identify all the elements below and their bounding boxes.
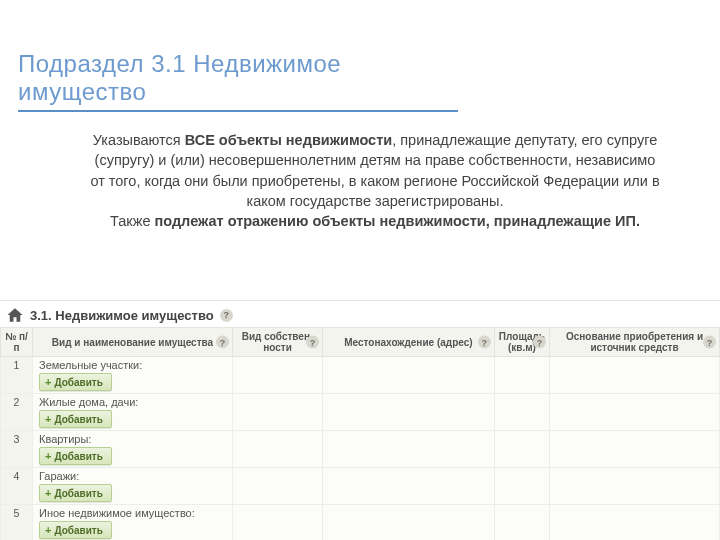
add-button[interactable]: +Добавить: [39, 521, 112, 539]
cell-ownership: [233, 505, 323, 541]
row-category-cell: Жилые дома, дачи:+Добавить: [33, 394, 233, 431]
intro-lead: Указываются: [93, 132, 185, 148]
category-label: Гаражи:: [39, 470, 226, 482]
row-index: 3: [1, 431, 33, 468]
intro-bold1: ВСЕ объекты недвижимости: [185, 132, 392, 148]
house-icon: [6, 306, 24, 324]
row-index: 4: [1, 468, 33, 505]
help-icon[interactable]: ?: [478, 336, 491, 349]
plus-icon: +: [45, 524, 51, 536]
col-area: Площадь (кв.м)?: [494, 328, 549, 357]
row-index: 1: [1, 357, 33, 394]
add-label: Добавить: [54, 525, 102, 536]
cell-area: [494, 431, 549, 468]
cell-ownership: [233, 468, 323, 505]
cell-address: [323, 394, 495, 431]
intro-bold2: подлежат отражению объекты недвижимости,…: [154, 213, 639, 229]
col-ownership: Вид собствен-ности?: [233, 328, 323, 357]
cell-address: [323, 357, 495, 394]
intro-text: Указываются ВСЕ объекты недвижимости, пр…: [90, 130, 660, 231]
intro-also: Также: [110, 213, 154, 229]
help-icon[interactable]: ?: [703, 336, 716, 349]
row-category-cell: Квартиры:+Добавить: [33, 431, 233, 468]
help-icon[interactable]: ?: [220, 309, 233, 322]
plus-icon: +: [45, 450, 51, 462]
category-label: Жилые дома, дачи:: [39, 396, 226, 408]
help-icon[interactable]: ?: [216, 336, 229, 349]
section-title: Подраздел 3.1 Недвижимое имущество: [18, 50, 458, 106]
add-label: Добавить: [54, 414, 102, 425]
category-label: Иное недвижимое имущество:: [39, 507, 226, 519]
category-label: Земельные участки:: [39, 359, 226, 371]
cell-basis: [550, 505, 720, 541]
cell-basis: [550, 431, 720, 468]
table-row: 4Гаражи:+Добавить: [1, 468, 720, 505]
cell-area: [494, 468, 549, 505]
add-label: Добавить: [54, 451, 102, 462]
add-button[interactable]: +Добавить: [39, 410, 112, 428]
plus-icon: +: [45, 413, 51, 425]
cell-address: [323, 505, 495, 541]
col-basis-text: Основание приобретения и источник средст…: [566, 331, 703, 353]
plus-icon: +: [45, 376, 51, 388]
row-category-cell: Гаражи:+Добавить: [33, 468, 233, 505]
add-button[interactable]: +Добавить: [39, 447, 112, 465]
table-row: 1Земельные участки:+Добавить: [1, 357, 720, 394]
cell-basis: [550, 394, 720, 431]
col-num: № п/п: [1, 328, 33, 357]
plus-icon: +: [45, 487, 51, 499]
cell-area: [494, 505, 549, 541]
add-label: Добавить: [54, 377, 102, 388]
cell-ownership: [233, 394, 323, 431]
col-basis: Основание приобретения и источник средст…: [550, 328, 720, 357]
section-title-wrap: Подраздел 3.1 Недвижимое имущество: [18, 50, 458, 112]
col-name-text: Вид и наименование имущества: [52, 337, 213, 348]
table-row: 5Иное недвижимое имущество:+Добавить: [1, 505, 720, 541]
add-button[interactable]: +Добавить: [39, 484, 112, 502]
row-index: 2: [1, 394, 33, 431]
table-row: 3Квартиры:+Добавить: [1, 431, 720, 468]
property-panel: 3.1. Недвижимое имущество ? № п/п Вид и …: [0, 300, 720, 540]
col-address-text: Местонахождение (адрес): [344, 337, 472, 348]
row-category-cell: Земельные участки:+Добавить: [33, 357, 233, 394]
add-button[interactable]: +Добавить: [39, 373, 112, 391]
col-ownership-text: Вид собствен-ности: [242, 331, 314, 353]
panel-title: 3.1. Недвижимое имущество: [30, 308, 214, 323]
col-address: Местонахождение (адрес)?: [323, 328, 495, 357]
category-label: Квартиры:: [39, 433, 226, 445]
cell-basis: [550, 357, 720, 394]
cell-address: [323, 468, 495, 505]
cell-basis: [550, 468, 720, 505]
table-row: 2Жилые дома, дачи:+Добавить: [1, 394, 720, 431]
help-icon[interactable]: ?: [306, 336, 319, 349]
cell-area: [494, 357, 549, 394]
cell-ownership: [233, 431, 323, 468]
row-index: 5: [1, 505, 33, 541]
help-icon[interactable]: ?: [533, 336, 546, 349]
cell-address: [323, 431, 495, 468]
cell-ownership: [233, 357, 323, 394]
panel-header: 3.1. Недвижимое имущество ?: [0, 301, 720, 327]
row-category-cell: Иное недвижимое имущество:+Добавить: [33, 505, 233, 541]
cell-area: [494, 394, 549, 431]
property-table: № п/п Вид и наименование имущества? Вид …: [0, 327, 720, 540]
add-label: Добавить: [54, 488, 102, 499]
col-name: Вид и наименование имущества?: [33, 328, 233, 357]
